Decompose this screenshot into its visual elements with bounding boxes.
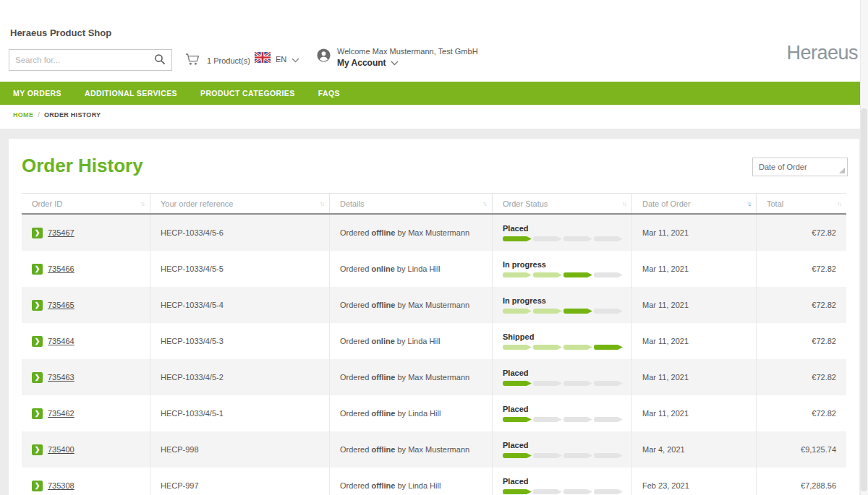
sort-icon[interactable]: ↑↓ bbox=[622, 200, 626, 207]
order-id-link[interactable]: 735467 bbox=[48, 228, 75, 237]
sort-icon[interactable]: ↑↓ bbox=[140, 200, 144, 207]
nav-item-product-categories[interactable]: PRODUCT CATEGORIES bbox=[200, 89, 295, 98]
breadcrumb-home-link[interactable]: HOME bbox=[13, 111, 33, 119]
progress-segment-done bbox=[503, 309, 532, 314]
sort-icon[interactable]: ↑↓ bbox=[320, 200, 323, 207]
order-detail-chevron-icon: ❯ bbox=[32, 372, 43, 383]
order-total-cell: €72.82 bbox=[756, 323, 846, 359]
sort-icon[interactable]: ↑↓ bbox=[482, 200, 486, 207]
nav-item-faqs[interactable]: FAQS bbox=[318, 89, 340, 98]
status-progress-bar bbox=[503, 417, 623, 422]
status-label: Placed bbox=[503, 405, 528, 413]
order-date-cell: Mar 11, 2021 bbox=[631, 251, 756, 287]
nav-item-my-orders[interactable]: MY ORDERS bbox=[13, 89, 61, 98]
sort-icon[interactable]: ↑↓ bbox=[837, 200, 841, 207]
order-total-cell: €9,125.74 bbox=[756, 431, 846, 468]
order-id-cell: ❯735464 bbox=[22, 323, 150, 359]
my-account-label: My Account bbox=[337, 57, 386, 69]
status-progress-bar bbox=[503, 489, 623, 494]
order-id-link[interactable]: 735463 bbox=[48, 373, 75, 382]
order-date-cell: Mar 11, 2021 bbox=[631, 287, 756, 323]
status-label: In progress bbox=[503, 260, 546, 269]
order-id-link[interactable]: 735462 bbox=[48, 409, 75, 418]
table-row-735466: ❯735466HECP-1033/4/5-5Ordered online by … bbox=[22, 251, 846, 287]
details-mode: offline bbox=[371, 445, 395, 454]
language-selector[interactable]: EN bbox=[255, 52, 299, 66]
status-progress-bar bbox=[503, 453, 623, 458]
order-status-cell: Placed bbox=[492, 395, 631, 431]
details-prefix: Ordered bbox=[340, 301, 371, 309]
order-id-link[interactable]: 735464 bbox=[48, 337, 75, 345]
progress-segment-done bbox=[503, 272, 532, 277]
progress-segment-active bbox=[563, 309, 592, 314]
progress-segment-future bbox=[594, 272, 623, 277]
table-row-735467: ❯735467HECP-1033/4/5-6Ordered offline by… bbox=[22, 215, 846, 251]
nav-item-additional-services[interactable]: ADDITIONAL SERVICES bbox=[85, 89, 177, 98]
progress-segment-future bbox=[563, 489, 592, 494]
column-header-order-status[interactable]: Order Status↑↓ bbox=[492, 194, 631, 213]
progress-segment-future bbox=[594, 489, 623, 494]
progress-segment-future bbox=[594, 381, 623, 386]
order-status-cell: Shipped bbox=[492, 323, 631, 359]
details-prefix: Ordered bbox=[340, 409, 371, 418]
breadcrumb-separator: / bbox=[38, 111, 40, 119]
order-reference-cell: HECP-997 bbox=[150, 468, 329, 495]
account-widget[interactable]: Welcome Max Mustermann, Test GmbH My Acc… bbox=[317, 46, 478, 69]
heraeus-logo: Heraeus bbox=[786, 42, 858, 64]
details-prefix: Ordered bbox=[340, 373, 371, 382]
details-prefix: Ordered bbox=[340, 264, 371, 273]
details-suffix: by Max Mustermann bbox=[395, 228, 469, 237]
sort-down-arrow: ↓ bbox=[322, 200, 324, 207]
search-button[interactable] bbox=[148, 50, 171, 70]
progress-segment-future bbox=[533, 236, 562, 241]
progress-segment-future bbox=[594, 309, 623, 314]
order-reference-cell: HECP-1033/4/5-1 bbox=[150, 395, 329, 431]
orders-table: Order ID↑↓Your order reference↑↓Details↑… bbox=[22, 193, 846, 495]
search-icon bbox=[154, 53, 166, 67]
order-id-cell: ❯735400 bbox=[22, 431, 150, 468]
details-suffix: by Max Mustermann bbox=[395, 445, 469, 454]
cart-icon bbox=[185, 53, 200, 69]
status-progress-bar bbox=[503, 381, 623, 386]
order-status-cell: In progress bbox=[492, 287, 631, 323]
status-label: Placed bbox=[503, 224, 528, 233]
order-id-link[interactable]: 735400 bbox=[48, 445, 75, 454]
language-label: EN bbox=[276, 55, 286, 64]
chevron-down-icon bbox=[391, 57, 399, 69]
order-date-cell: Mar 11, 2021 bbox=[631, 215, 756, 251]
my-account-menu[interactable]: My Account bbox=[337, 57, 478, 69]
order-id-cell: ❯735308 bbox=[22, 468, 150, 495]
order-detail-chevron-icon: ❯ bbox=[32, 300, 43, 311]
progress-segment-active bbox=[563, 272, 592, 277]
progress-segment-future bbox=[563, 417, 592, 422]
order-reference-cell: HECP-1033/4/5-2 bbox=[150, 359, 329, 395]
progress-segment-done bbox=[533, 309, 562, 314]
order-details-cell: Ordered offline by Linda Hill bbox=[329, 395, 492, 431]
column-header-details[interactable]: Details↑↓ bbox=[329, 194, 492, 213]
column-header-date-of-order[interactable]: Date of Order↑↓ bbox=[631, 194, 756, 213]
cart-widget[interactable]: 1 Product(s) bbox=[185, 53, 250, 69]
order-id-link[interactable]: 735466 bbox=[48, 264, 75, 273]
progress-segment-future bbox=[533, 453, 562, 458]
page-title: Order History bbox=[22, 155, 143, 177]
table-row-735463: ❯735463HECP-1033/4/5-2Ordered offline by… bbox=[22, 359, 846, 395]
order-id-link[interactable]: 735465 bbox=[48, 301, 75, 309]
order-id-link[interactable]: 735308 bbox=[48, 481, 75, 490]
progress-segment-future bbox=[563, 381, 592, 386]
vertical-scrollbar[interactable] bbox=[860, 0, 868, 495]
order-status-cell: Placed bbox=[492, 468, 631, 495]
table-row-735400: ❯735400HECP-998Ordered offline by Max Mu… bbox=[22, 431, 846, 468]
date-of-order-filter[interactable]: Date of Order bbox=[752, 158, 848, 176]
column-header-label: Total bbox=[767, 199, 783, 208]
table-row-735464: ❯735464HECP-1033/4/5-3Ordered online by … bbox=[22, 323, 846, 359]
search-box[interactable] bbox=[9, 49, 172, 71]
progress-segment-future bbox=[563, 453, 592, 458]
scrollbar-thumb[interactable] bbox=[861, 108, 867, 491]
column-header-total[interactable]: Total↑↓ bbox=[756, 194, 846, 213]
user-avatar-icon bbox=[317, 48, 331, 62]
column-header-order-id[interactable]: Order ID↑↓ bbox=[22, 194, 150, 213]
search-input[interactable] bbox=[9, 50, 148, 70]
sort-icon[interactable]: ↑↓ bbox=[746, 200, 750, 207]
order-date-cell: Mar 11, 2021 bbox=[631, 323, 756, 359]
column-header-your-order-reference[interactable]: Your order reference↑↓ bbox=[150, 194, 329, 213]
